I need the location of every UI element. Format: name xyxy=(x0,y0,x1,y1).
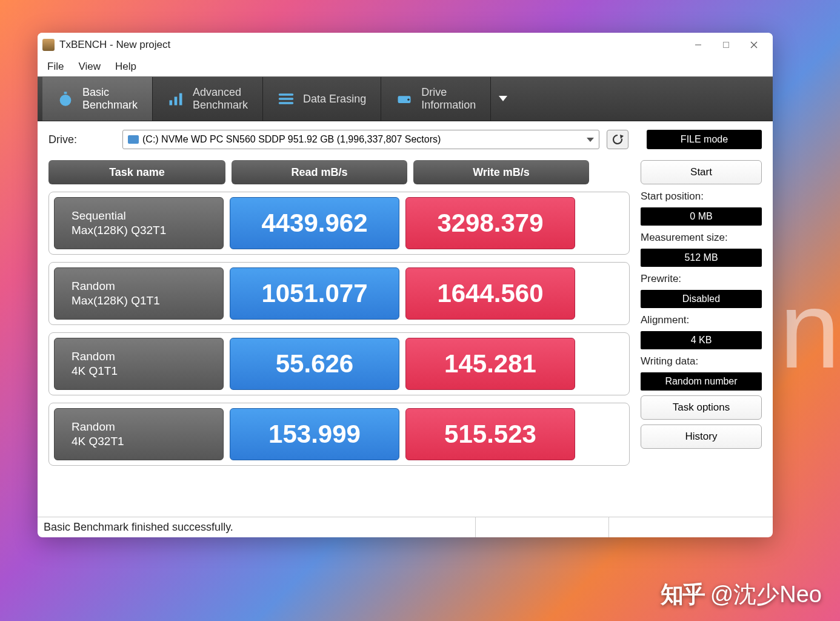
toolbar: Basic Benchmark Advanced Benchmark Data … xyxy=(38,76,773,121)
start-position-value[interactable]: 0 MB xyxy=(641,207,762,226)
svg-point-10 xyxy=(407,98,410,101)
read-value: 4439.962 xyxy=(230,197,399,249)
app-icon xyxy=(42,39,55,51)
prewrite-value[interactable]: Disabled xyxy=(641,290,762,308)
measurement-size-value[interactable]: 512 MB xyxy=(641,249,762,267)
status-segment xyxy=(476,517,609,537)
background-text: n xyxy=(779,267,840,392)
drive-select[interactable]: (C:) NVMe WD PC SN560 SDDP 951.92 GB (1,… xyxy=(122,130,599,149)
tab-data-erasing[interactable]: Data Erasing xyxy=(263,77,381,121)
header-read: Read mB/s xyxy=(232,160,407,184)
chevron-down-icon xyxy=(587,134,594,145)
task-name-line1: Random xyxy=(72,279,223,294)
task-button[interactable]: Sequential Max(128K) Q32T1 xyxy=(54,197,224,249)
table-row: Sequential Max(128K) Q32T1 4439.962 3298… xyxy=(48,192,630,255)
tab-drive-information[interactable]: Drive Information xyxy=(381,77,491,121)
tab-basic-benchmark[interactable]: Basic Benchmark xyxy=(42,77,153,121)
alignment-label: Alignment: xyxy=(641,314,762,326)
writing-data-label: Writing data: xyxy=(641,355,762,368)
erase-icon xyxy=(278,90,295,107)
app-window: TxBENCH - New project File View Help Bas… xyxy=(38,33,773,537)
read-value: 1051.077 xyxy=(230,267,399,320)
benchmark-table: Task name Read mB/s Write mB/s Sequentia… xyxy=(48,160,630,509)
writing-data-value[interactable]: Random number xyxy=(641,372,762,391)
table-header: Task name Read mB/s Write mB/s xyxy=(48,160,630,184)
task-button[interactable]: Random Max(128K) Q1T1 xyxy=(54,267,224,320)
write-value: 515.523 xyxy=(405,408,575,460)
history-button[interactable]: History xyxy=(641,425,762,449)
task-button[interactable]: Random 4K Q32T1 xyxy=(54,408,224,460)
statusbar: Basic Benchmark finished successfully. xyxy=(38,517,773,537)
alignment-value[interactable]: 4 KB xyxy=(641,331,762,349)
maximize-button[interactable] xyxy=(712,35,740,55)
task-options-button[interactable]: Task options xyxy=(641,395,762,420)
window-title: TxBENCH - New project xyxy=(59,39,684,51)
task-name-line1: Sequential xyxy=(72,209,223,223)
refresh-button[interactable] xyxy=(607,130,628,149)
disk-icon xyxy=(128,135,139,144)
svg-marker-13 xyxy=(620,135,624,139)
drive-row: Drive: (C:) NVMe WD PC SN560 SDDP 951.92… xyxy=(38,121,773,155)
drive-label: Drive: xyxy=(48,133,115,146)
task-name-line1: Random xyxy=(72,349,223,364)
zhihu-logo: 知乎 xyxy=(661,579,704,610)
chevron-down-icon xyxy=(499,96,507,102)
write-value: 1644.560 xyxy=(405,267,575,320)
header-write: Write mB/s xyxy=(413,160,589,184)
svg-rect-6 xyxy=(170,100,173,105)
close-button[interactable] xyxy=(740,35,768,55)
watermark-user: @沈少Neo xyxy=(710,579,822,610)
drive-icon xyxy=(396,90,413,107)
table-row: Random 4K Q1T1 55.626 145.281 xyxy=(48,332,630,395)
titlebar[interactable]: TxBENCH - New project xyxy=(38,33,773,57)
svg-marker-12 xyxy=(587,138,594,142)
prewrite-label: Prewrite: xyxy=(641,273,762,285)
task-name-line1: Random xyxy=(72,420,223,434)
task-name-line2: Max(128K) Q1T1 xyxy=(72,294,223,308)
header-task: Task name xyxy=(48,160,225,184)
write-value: 3298.379 xyxy=(405,197,575,249)
task-button[interactable]: Random 4K Q1T1 xyxy=(54,338,224,390)
svg-rect-5 xyxy=(64,92,67,94)
svg-point-4 xyxy=(60,95,72,106)
watermark: 知乎 @沈少Neo xyxy=(661,579,822,610)
measurement-size-label: Measurement size: xyxy=(641,232,762,244)
start-position-label: Start position: xyxy=(641,190,762,203)
drive-value: (C:) NVMe WD PC SN560 SDDP 951.92 GB (1,… xyxy=(142,134,441,145)
task-name-line2: 4K Q32T1 xyxy=(72,434,223,449)
start-button[interactable]: Start xyxy=(641,160,762,184)
svg-rect-8 xyxy=(179,93,182,106)
stopwatch-icon xyxy=(57,90,74,107)
tab-advanced-benchmark[interactable]: Advanced Benchmark xyxy=(153,77,263,121)
tab-label: Drive Information xyxy=(421,86,476,111)
svg-rect-7 xyxy=(175,97,178,106)
file-mode-button[interactable]: FILE mode xyxy=(647,130,762,149)
side-panel: Start Start position: 0 MB Measurement s… xyxy=(641,160,762,509)
task-name-line2: Max(128K) Q32T1 xyxy=(72,223,223,238)
main-area: Task name Read mB/s Write mB/s Sequentia… xyxy=(38,155,773,517)
menubar: File View Help xyxy=(38,57,773,76)
tab-label: Advanced Benchmark xyxy=(193,86,248,111)
table-row: Random 4K Q32T1 153.999 515.523 xyxy=(48,403,630,466)
svg-marker-11 xyxy=(499,96,507,101)
minimize-button[interactable] xyxy=(684,35,712,55)
tab-label: Basic Benchmark xyxy=(82,86,138,111)
status-segment xyxy=(609,517,767,537)
menu-help[interactable]: Help xyxy=(109,58,142,75)
refresh-icon xyxy=(612,133,624,146)
table-row: Random Max(128K) Q1T1 1051.077 1644.560 xyxy=(48,262,630,325)
menu-view[interactable]: View xyxy=(72,58,107,75)
write-value: 145.281 xyxy=(405,338,575,390)
bars-icon xyxy=(167,90,184,107)
status-text: Basic Benchmark finished successfully. xyxy=(44,517,476,537)
read-value: 55.626 xyxy=(230,338,399,390)
read-value: 153.999 xyxy=(230,408,399,460)
toolbar-dropdown[interactable] xyxy=(491,77,515,121)
svg-rect-1 xyxy=(724,42,729,48)
task-name-line2: 4K Q1T1 xyxy=(72,364,223,378)
menu-file[interactable]: File xyxy=(41,58,70,75)
tab-label: Data Erasing xyxy=(303,93,366,106)
